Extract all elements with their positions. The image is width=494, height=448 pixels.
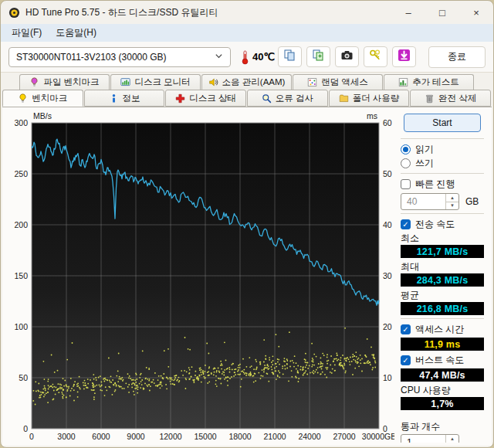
- svg-text:60: 60: [383, 118, 392, 127]
- svg-text:0: 0: [23, 424, 28, 433]
- cpu-usage-value: 1,7%: [401, 397, 484, 410]
- titlebar: HD Tune Pro 5.75 - 하드 디스크/SSD 유틸리티 – □ ×: [1, 1, 493, 24]
- monitor-chart-icon: [120, 77, 130, 87]
- start-button[interactable]: Start: [404, 114, 481, 132]
- burst-rate-label: 버스트 속도: [415, 354, 464, 367]
- window-title: HD Tune Pro 5.75 - 하드 디스크/SSD 유틸리티: [25, 6, 218, 19]
- svg-text:18000: 18000: [228, 432, 251, 441]
- svg-text:50: 50: [383, 169, 392, 178]
- tab-label: 오류 검사: [276, 93, 313, 104]
- svg-text:300: 300: [14, 118, 28, 127]
- radio-read[interactable]: 읽기: [401, 143, 484, 156]
- tab-label: 정보: [123, 93, 140, 104]
- svg-text:24000: 24000: [298, 432, 320, 441]
- update-download-button[interactable]: [392, 46, 416, 67]
- app-window: HD Tune Pro 5.75 - 하드 디스크/SSD 유틸리티 – □ ×…: [0, 0, 494, 448]
- folder-icon: [339, 93, 349, 104]
- drive-select[interactable]: ST30000NT011-3V2103 (30000 GB): [8, 47, 231, 67]
- lightbulb-yellow-icon: [18, 93, 28, 104]
- tab-label: 디스크 상태: [189, 93, 236, 104]
- minimize-button[interactable]: –: [391, 1, 425, 24]
- close-button[interactable]: ×: [459, 1, 493, 24]
- benchmark-chart: MB/sms3002502001501005006050403020100030…: [7, 110, 394, 443]
- svg-text:MB/s: MB/s: [33, 111, 52, 120]
- checkbox-burst-rate[interactable]: 버스트 속도: [401, 354, 484, 367]
- spinner-arrows[interactable]: ▲▼: [445, 435, 458, 443]
- tab-error-scan[interactable]: 오류 검사: [247, 90, 328, 107]
- svg-text:21000: 21000: [263, 432, 286, 441]
- radio-write-dot: [401, 158, 411, 168]
- tab-disk-monitor[interactable]: 디스크 모니터: [110, 74, 201, 90]
- tab-info[interactable]: 정보: [84, 90, 165, 107]
- license-keys-button[interactable]: [364, 46, 387, 67]
- capacity-unit: GB: [465, 196, 479, 207]
- tab-label: 파일 벤치마크: [43, 76, 99, 88]
- tab-label: 랜덤 액세스: [321, 76, 368, 88]
- radio-write-label: 쓰기: [415, 157, 434, 170]
- svg-text:30000GB: 30000GB: [362, 432, 394, 441]
- menu-help[interactable]: 도움말(H): [49, 25, 103, 41]
- maximize-button[interactable]: □: [425, 1, 459, 24]
- radio-write[interactable]: 쓰기: [401, 157, 484, 170]
- transfer-rate-label: 전송 속도: [415, 218, 455, 231]
- toolbar-buttons: [278, 46, 416, 67]
- svg-text:3000: 3000: [57, 432, 76, 441]
- access-time-value: 11,9 ms: [401, 338, 484, 351]
- burst-rate-value: 47,4 MB/s: [401, 368, 484, 382]
- copy-to-file-button[interactable]: [306, 46, 330, 67]
- random-icon: [307, 77, 317, 87]
- checkbox-partial-scan[interactable]: 빠른 진행: [401, 178, 484, 191]
- tab-health[interactable]: 디스크 상태: [165, 90, 246, 107]
- divider: [401, 173, 484, 174]
- divider: [401, 138, 484, 139]
- capacity-spinner[interactable]: 40 ▲▼: [401, 193, 459, 210]
- tab-extra-tests[interactable]: 추가 테스트: [384, 74, 474, 90]
- app-logo-icon: [8, 7, 20, 19]
- magnifier-icon: [262, 93, 272, 104]
- tab-file-benchmark[interactable]: 파일 벤치마크: [19, 74, 110, 90]
- access-time-label: 액세스 시간: [415, 323, 464, 336]
- checkbox-partial-scan-box: [401, 179, 411, 189]
- camera-icon: [340, 49, 354, 65]
- svg-text:0: 0: [29, 432, 34, 441]
- lightbulb-purple-icon: [29, 77, 39, 87]
- checkbox-access-time[interactable]: 액세스 시간: [401, 323, 484, 336]
- svg-text:15000: 15000: [194, 432, 216, 441]
- tab-secure-erase[interactable]: 완전 삭제: [410, 90, 491, 107]
- screenshot-button[interactable]: [335, 46, 359, 67]
- copy-icon: [283, 49, 296, 65]
- copy-to-clipboard-button[interactable]: [278, 46, 302, 67]
- max-label: 최대: [401, 261, 484, 272]
- spinner-arrows[interactable]: ▲▼: [445, 194, 458, 209]
- svg-text:100: 100: [14, 322, 28, 331]
- svg-text:50: 50: [19, 373, 28, 382]
- chevron-down-icon: [215, 52, 223, 63]
- max-speed-value: 284,3 MB/s: [401, 273, 484, 287]
- divider: [401, 213, 484, 214]
- tab-label: 디스크 모니터: [134, 76, 190, 88]
- menu-file[interactable]: 파일(F): [5, 25, 48, 41]
- tab-folder-usage[interactable]: 폴더 사용량: [329, 90, 410, 107]
- pass-count-spinner[interactable]: 1 ▲▼: [401, 434, 459, 443]
- tab-random-access[interactable]: 랜덤 액세스: [293, 74, 383, 90]
- trash-icon: [425, 93, 435, 104]
- tab-aam[interactable]: 소음 관리(AAM): [201, 74, 292, 90]
- copy-file-icon: [312, 49, 325, 65]
- tab-label: 벤치마크: [32, 93, 67, 104]
- svg-text:30: 30: [383, 271, 392, 280]
- tab-benchmark[interactable]: 벤치마크: [2, 90, 83, 107]
- partial-scan-label: 빠른 진행: [415, 178, 455, 191]
- toolbar: ST30000NT011-3V2103 (30000 GB) 40℃ 종료: [1, 42, 493, 73]
- info-icon: [109, 93, 119, 104]
- svg-text:9000: 9000: [127, 432, 145, 441]
- svg-text:40: 40: [383, 220, 392, 229]
- exit-button[interactable]: 종료: [428, 46, 486, 68]
- svg-text:150: 150: [14, 271, 28, 280]
- tab-row-front: 벤치마크정보디스크 상태오류 검사폴더 사용량완전 삭제: [2, 90, 492, 107]
- capacity-value: 40: [401, 194, 445, 209]
- tab-strip: 파일 벤치마크디스크 모니터소음 관리(AAM)랜덤 액세스추가 테스트 벤치마…: [1, 73, 493, 107]
- radio-read-label: 읽기: [415, 143, 434, 156]
- checkbox-transfer-rate[interactable]: 전송 속도: [401, 218, 484, 231]
- tab-label: 완전 삭제: [438, 93, 476, 104]
- avg-label: 평균: [401, 290, 484, 300]
